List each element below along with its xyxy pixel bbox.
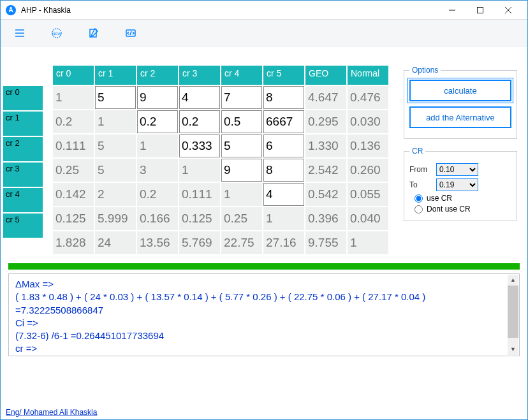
matrix-cell: 1 bbox=[263, 207, 304, 230]
matrix-cell: 2.542 bbox=[305, 159, 346, 182]
calculate-button[interactable]: calculate bbox=[409, 80, 511, 101]
cr-to-select[interactable]: 0.19 bbox=[436, 178, 478, 191]
menu-icon[interactable] bbox=[12, 25, 27, 41]
code-icon[interactable] bbox=[123, 25, 138, 41]
matrix-cell: 0.040 bbox=[348, 207, 388, 230]
titlebar: A AHP - Khaskia bbox=[1, 1, 527, 20]
matrix-cell: 0.136 bbox=[348, 134, 388, 157]
cr-from-label: From bbox=[409, 165, 436, 174]
matrix-cell: 0.111 bbox=[53, 134, 94, 157]
dont-use-cr-label: Dont use CR bbox=[427, 205, 471, 214]
log-line: ( 1.83 * 0.48 ) + ( 24 * 0.03 ) + ( 13.5… bbox=[15, 291, 505, 317]
cr-legend: CR bbox=[409, 147, 425, 156]
matrix-cell: 1 bbox=[179, 159, 220, 182]
matrix-cell: 9.755 bbox=[305, 231, 346, 254]
matrix-cell: 5 bbox=[95, 159, 136, 182]
app-icon: A bbox=[6, 5, 16, 15]
col-header: Normal bbox=[348, 66, 388, 85]
matrix-input-cell[interactable]: 9 bbox=[221, 159, 262, 182]
table-row: 0.14220.20.111140.5420.055 bbox=[53, 183, 390, 206]
cr-group: CR From 0.10 To 0.19 bbox=[404, 147, 517, 221]
scroll-up-icon[interactable]: ▲ bbox=[508, 275, 518, 286]
col-header: cr 5 bbox=[263, 66, 304, 85]
col-header: GEO bbox=[305, 66, 346, 85]
matrix-cell: 5.769 bbox=[179, 231, 220, 254]
edit-icon[interactable] bbox=[86, 25, 101, 41]
matrix-input-cell[interactable]: 0.2 bbox=[179, 110, 220, 133]
matrix-cell: 0.142 bbox=[53, 183, 94, 206]
matrix-cell: 3 bbox=[137, 159, 178, 182]
matrix-cell: 5.999 bbox=[95, 207, 136, 230]
output-log[interactable]: ΔMax =>( 1.83 * 0.48 ) + ( 24 * 0.03 ) +… bbox=[8, 273, 520, 356]
matrix-input-cell[interactable]: 0.333 bbox=[179, 134, 220, 157]
matrix-input-cell[interactable]: 9 bbox=[137, 86, 178, 109]
maximize-button[interactable] bbox=[466, 1, 494, 20]
matrix-cell: 4.647 bbox=[305, 86, 346, 109]
matrix-cell: 0.25 bbox=[53, 159, 94, 182]
matrix-cell: 0.25 bbox=[221, 207, 262, 230]
matrix-input-cell[interactable]: 4 bbox=[263, 183, 304, 206]
table-row: 0.111510.333561.3300.136 bbox=[53, 134, 390, 157]
col-header: cr 3 bbox=[179, 66, 220, 85]
matrix-input-cell[interactable]: 4 bbox=[179, 86, 220, 109]
matrix-cell: 1.330 bbox=[305, 134, 346, 157]
matrix-cell: 1 bbox=[53, 86, 94, 109]
matrix-cell: 0.476 bbox=[348, 86, 388, 109]
matrix-cell: 0.111 bbox=[179, 183, 220, 206]
matrix-input-cell[interactable]: 0.2 bbox=[137, 110, 178, 133]
options-group: Options calculate add the Alternative bbox=[404, 66, 517, 139]
scroll-thumb[interactable] bbox=[508, 286, 518, 338]
matrix-input-cell[interactable]: 8 bbox=[263, 159, 304, 182]
matrix-cell: 13.56 bbox=[137, 231, 178, 254]
matrix-cell: 2 bbox=[95, 183, 136, 206]
row-label: cr 5 bbox=[3, 214, 43, 238]
matrix-cell: 1 bbox=[221, 183, 262, 206]
matrix-cell: 0.030 bbox=[348, 110, 388, 133]
matrix-cell: 0.260 bbox=[348, 159, 388, 182]
svg-text:NEW: NEW bbox=[52, 32, 61, 36]
log-line: Ci => bbox=[15, 317, 505, 329]
matrix-cell: 24 bbox=[95, 231, 136, 254]
window-title: AHP - Khaskia bbox=[21, 6, 71, 15]
minimize-button[interactable] bbox=[438, 1, 466, 20]
use-cr-radio[interactable] bbox=[414, 194, 423, 203]
matrix-input-cell[interactable]: 6667 bbox=[263, 110, 304, 133]
matrix-cell: 0.125 bbox=[179, 207, 220, 230]
matrix-input-cell[interactable]: 8 bbox=[263, 86, 304, 109]
author-link[interactable]: Eng/ Mohamed Ali Khaskia bbox=[6, 408, 97, 417]
matrix-input-cell[interactable]: 0.5 bbox=[221, 110, 262, 133]
new-icon[interactable]: NEW bbox=[49, 25, 64, 41]
scroll-down-icon[interactable]: ▼ bbox=[508, 344, 518, 355]
matrix-cell: 22.75 bbox=[221, 231, 262, 254]
matrix-cell: 0.166 bbox=[137, 207, 178, 230]
dont-use-cr-radio[interactable] bbox=[414, 205, 423, 214]
log-line: ΔMax => bbox=[15, 278, 505, 291]
matrix-cell: 1 bbox=[95, 110, 136, 133]
row-label: cr 0 bbox=[3, 86, 43, 110]
matrix-input-cell[interactable]: 6 bbox=[263, 134, 304, 157]
add-alternative-button[interactable]: add the Alternative bbox=[409, 106, 511, 128]
matrix-input-cell[interactable]: 5 bbox=[95, 86, 136, 109]
cr-to-label: To bbox=[409, 180, 436, 189]
row-label: cr 3 bbox=[3, 163, 43, 187]
matrix-input-cell[interactable]: 7 bbox=[221, 86, 262, 109]
matrix-cell: 0.055 bbox=[348, 183, 388, 206]
green-divider bbox=[8, 263, 520, 270]
matrix-cell: 5 bbox=[95, 134, 136, 157]
cr-from-select[interactable]: 0.10 bbox=[436, 163, 478, 176]
svg-rect-1 bbox=[478, 7, 483, 13]
table-row: 1.8282413.565.76922.7527.169.7551 bbox=[53, 231, 390, 254]
table-row: 0.25531982.5420.260 bbox=[53, 159, 390, 182]
log-scrollbar[interactable]: ▲ ▼ bbox=[508, 275, 518, 355]
matrix-cell: 0.2 bbox=[137, 183, 178, 206]
matrix-cell: 1 bbox=[137, 134, 178, 157]
col-header: cr 0 bbox=[53, 66, 94, 85]
close-button[interactable] bbox=[494, 1, 522, 20]
matrix-cell: 1.828 bbox=[53, 231, 94, 254]
matrix-grid: cr 0cr 1cr 2cr 3cr 4cr 5 cr 0cr 1cr 2cr … bbox=[3, 66, 390, 254]
matrix-input-cell[interactable]: 5 bbox=[221, 134, 262, 157]
table-row: 1594784.6470.476 bbox=[53, 86, 390, 109]
use-cr-label: use CR bbox=[427, 194, 452, 203]
row-label: cr 1 bbox=[3, 112, 43, 136]
matrix-cell: 0.542 bbox=[305, 183, 346, 206]
